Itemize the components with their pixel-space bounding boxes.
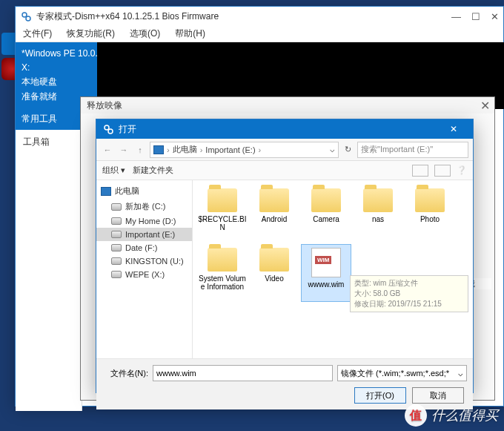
menu-bar: 文件(F) 恢复功能(R) 选项(O) 帮助(H) [16,26,503,42]
chevron-down-icon[interactable]: ⌵ [330,145,335,154]
tree-drive[interactable]: 新加卷 (C:) [96,199,192,214]
tree-drive[interactable]: KINGSTON (U:) [96,254,192,268]
release-dialog-title[interactable]: 释放映像 [81,97,494,113]
folder-item[interactable]: Video [249,244,299,302]
refresh-button[interactable]: ↻ [342,145,354,154]
search-placeholder: 搜索"Important (E:)" [361,144,433,155]
file-type-select[interactable]: 镜像文件 (*.wim;*.swm;*.esd;* ⌵ [337,365,467,381]
close-button[interactable]: ✕ [440,119,467,139]
address-bar: ← → ↑ › 此电脑 › Important (E:) › ⌵ ↻ 搜索"Im… [96,139,473,161]
menu-help[interactable]: 帮助(H) [172,26,208,42]
up-button[interactable]: ↑ [133,143,147,157]
folder-item[interactable]: Photo [405,185,455,243]
wim-file-icon [311,248,341,277]
back-button[interactable]: ← [101,143,114,157]
dialog-footer: 文件名(N): 镜像文件 (*.wim;*.swm;*.esd;* ⌵ 打开(O… [96,358,473,409]
app-icon [20,10,32,22]
tree-drive[interactable]: WEPE (X:) [96,268,192,281]
nav-tree[interactable]: 此电脑 新加卷 (C:) My Home (D:) Important (E:)… [96,180,193,358]
drive-icon [111,231,122,238]
view-icons-button[interactable] [412,165,428,177]
file-name-input[interactable] [153,365,333,381]
menu-file[interactable]: 文件(F) [20,26,55,42]
pc-icon [153,145,164,154]
close-icon[interactable]: ✕ [480,99,490,113]
svg-point-3 [108,129,113,134]
folder-item[interactable]: System Volume Information [197,244,248,302]
sidebar-item-toolbox[interactable]: 工具箱 [16,130,82,154]
breadcrumb-pc[interactable]: 此电脑 [173,144,197,155]
maximize-button[interactable]: ☐ [471,11,480,22]
folder-item[interactable]: $RECYCLE.BIN [197,185,248,243]
folder-item[interactable]: Camera [301,185,351,243]
folder-icon [208,188,237,212]
minimize-button[interactable]: — [451,11,461,22]
drive-icon [111,257,122,265]
svg-point-1 [26,16,30,21]
window-title: 专家模式-Dism++x64 10.1.25.1 Bios Firmware [36,10,219,23]
file-name-label: 文件名(N): [102,368,148,379]
dialog-title-bar[interactable]: 打开 ✕ [96,119,473,139]
watermark-badge: 值 [405,404,427,427]
folder-icon [415,188,445,212]
search-input[interactable]: 搜索"Important (E:)" [357,142,468,158]
tree-drive[interactable]: My Home (D:) [96,214,192,228]
menu-recovery[interactable]: 恢复功能(R) [64,26,118,42]
folder-item[interactable]: nas [353,185,403,243]
organize-menu[interactable]: 组织 ▾ [102,165,125,176]
open-button[interactable]: 打开(O) [354,387,406,404]
tree-drive[interactable]: Date (F:) [96,241,192,254]
tree-this-pc[interactable]: 此电脑 [96,183,192,199]
file-tooltip: 类型: wim 压缩文件 大小: 58.0 GB 修改日期: 2019/7/15… [350,275,468,312]
left-sidebar: 常用工具 工具箱 [16,108,82,411]
title-bar[interactable]: 专家模式-Dism++x64 10.1.25.1 Bios Firmware —… [16,7,503,26]
drive-icon [111,203,122,211]
drive-icon [111,244,122,251]
sidebar-header[interactable]: 常用工具 [16,108,82,130]
folder-icon [363,188,393,212]
folder-item[interactable]: Android [249,185,299,243]
toolbar: 组织 ▾ 新建文件夹 ❔ [96,161,473,180]
view-details-button[interactable] [434,165,451,177]
breadcrumb[interactable]: › 此电脑 › Important (E:) › ⌵ [150,142,339,158]
drive-icon [111,217,122,225]
folder-icon [259,248,289,272]
folder-icon [311,188,341,212]
help-icon[interactable]: ❔ [457,165,467,175]
tree-drive[interactable]: Important (E:) [96,228,192,241]
chevron-down-icon: ⌵ [458,369,463,378]
cancel-button[interactable]: 取消 [412,387,464,404]
drive-icon [111,271,122,278]
close-button[interactable]: ✕ [491,11,499,22]
new-folder-button[interactable]: 新建文件夹 [133,165,173,176]
pc-icon [101,187,111,196]
svg-point-0 [22,13,27,17]
file-item-wim[interactable]: wwww.wim [301,244,351,302]
watermark-text: 什么值得买 [431,407,498,424]
svg-point-2 [105,125,109,130]
folder-icon [259,188,289,212]
watermark: 值 什么值得买 [405,404,498,427]
open-file-dialog: 打开 ✕ ← → ↑ › 此电脑 › Important (E:) › ⌵ ↻ … [96,119,474,393]
folder-icon [208,248,237,272]
breadcrumb-folder[interactable]: Important (E:) [205,145,255,154]
forward-button[interactable]: → [117,143,130,157]
menu-options[interactable]: 选项(O) [127,26,163,42]
file-list[interactable]: $RECYCLE.BIN Android Camera nas Photo Sy… [193,180,473,358]
app-icon [102,123,114,135]
dialog-title: 打开 [119,123,136,136]
